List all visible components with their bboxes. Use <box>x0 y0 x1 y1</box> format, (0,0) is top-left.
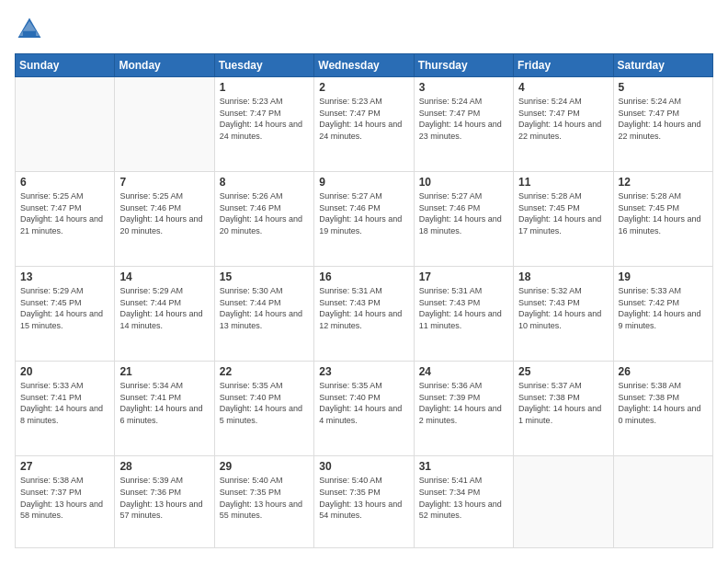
day-number: 14 <box>119 270 209 283</box>
day-info: Sunrise: 5:29 AM Sunset: 7:45 PM Dayligh… <box>20 285 109 331</box>
day-number: 10 <box>419 176 508 189</box>
day-number: 8 <box>220 176 309 189</box>
day-number: 7 <box>119 176 209 189</box>
day-info: Sunrise: 5:34 AM Sunset: 7:41 PM Dayligh… <box>119 380 209 426</box>
weekday-header-monday: Monday <box>115 54 214 77</box>
day-number: 11 <box>518 176 608 189</box>
calendar-cell: 21Sunrise: 5:34 AM Sunset: 7:41 PM Dayli… <box>115 362 214 456</box>
day-number: 29 <box>220 460 309 473</box>
day-info: Sunrise: 5:27 AM Sunset: 7:46 PM Dayligh… <box>419 190 508 236</box>
calendar-cell: 2Sunrise: 5:23 AM Sunset: 7:47 PM Daylig… <box>314 77 414 172</box>
calendar-cell <box>613 456 712 548</box>
day-number: 26 <box>619 365 708 378</box>
day-info: Sunrise: 5:25 AM Sunset: 7:46 PM Dayligh… <box>119 190 209 236</box>
day-number: 19 <box>619 270 708 283</box>
day-number: 15 <box>220 270 309 283</box>
day-number: 12 <box>619 176 708 189</box>
day-info: Sunrise: 5:33 AM Sunset: 7:42 PM Dayligh… <box>619 285 708 331</box>
day-number: 13 <box>20 270 109 283</box>
day-number: 1 <box>220 81 309 94</box>
calendar-cell: 14Sunrise: 5:29 AM Sunset: 7:44 PM Dayli… <box>115 267 214 362</box>
calendar-cell: 16Sunrise: 5:31 AM Sunset: 7:43 PM Dayli… <box>314 267 414 362</box>
day-info: Sunrise: 5:36 AM Sunset: 7:39 PM Dayligh… <box>419 380 508 426</box>
calendar-cell: 4Sunrise: 5:24 AM Sunset: 7:47 PM Daylig… <box>514 77 613 172</box>
day-number: 2 <box>319 81 408 94</box>
calendar-cell: 11Sunrise: 5:28 AM Sunset: 7:45 PM Dayli… <box>514 172 613 267</box>
calendar-cell: 20Sunrise: 5:33 AM Sunset: 7:41 PM Dayli… <box>16 362 115 456</box>
day-info: Sunrise: 5:29 AM Sunset: 7:44 PM Dayligh… <box>119 285 209 331</box>
calendar-cell: 26Sunrise: 5:38 AM Sunset: 7:38 PM Dayli… <box>613 362 712 456</box>
weekday-header-tuesday: Tuesday <box>214 54 313 77</box>
calendar-week-row: 27Sunrise: 5:38 AM Sunset: 7:37 PM Dayli… <box>16 456 713 548</box>
day-info: Sunrise: 5:28 AM Sunset: 7:45 PM Dayligh… <box>619 190 708 236</box>
day-info: Sunrise: 5:35 AM Sunset: 7:40 PM Dayligh… <box>319 380 408 426</box>
calendar-cell: 19Sunrise: 5:33 AM Sunset: 7:42 PM Dayli… <box>613 267 712 362</box>
day-info: Sunrise: 5:23 AM Sunset: 7:47 PM Dayligh… <box>319 96 408 142</box>
weekday-header-wednesday: Wednesday <box>314 54 414 77</box>
day-info: Sunrise: 5:38 AM Sunset: 7:37 PM Dayligh… <box>20 475 109 521</box>
header <box>15 15 713 44</box>
day-number: 4 <box>518 81 608 94</box>
day-number: 23 <box>319 365 408 378</box>
day-number: 24 <box>419 365 508 378</box>
day-info: Sunrise: 5:27 AM Sunset: 7:46 PM Dayligh… <box>319 190 408 236</box>
logo <box>15 15 48 44</box>
calendar-cell: 6Sunrise: 5:25 AM Sunset: 7:47 PM Daylig… <box>16 172 115 267</box>
day-number: 21 <box>119 365 209 378</box>
calendar-cell: 23Sunrise: 5:35 AM Sunset: 7:40 PM Dayli… <box>314 362 414 456</box>
day-number: 30 <box>319 460 408 473</box>
day-info: Sunrise: 5:25 AM Sunset: 7:47 PM Dayligh… <box>20 190 109 236</box>
day-number: 18 <box>518 270 608 283</box>
day-info: Sunrise: 5:41 AM Sunset: 7:34 PM Dayligh… <box>419 475 508 521</box>
calendar-cell: 22Sunrise: 5:35 AM Sunset: 7:40 PM Dayli… <box>214 362 313 456</box>
calendar-cell <box>514 456 613 548</box>
calendar-cell: 29Sunrise: 5:40 AM Sunset: 7:35 PM Dayli… <box>214 456 313 548</box>
calendar-week-row: 6Sunrise: 5:25 AM Sunset: 7:47 PM Daylig… <box>16 172 713 267</box>
day-info: Sunrise: 5:24 AM Sunset: 7:47 PM Dayligh… <box>419 96 508 142</box>
day-number: 5 <box>619 81 708 94</box>
day-info: Sunrise: 5:39 AM Sunset: 7:36 PM Dayligh… <box>119 475 209 521</box>
calendar-table: SundayMondayTuesdayWednesdayThursdayFrid… <box>15 53 713 548</box>
day-number: 20 <box>20 365 109 378</box>
calendar-cell: 27Sunrise: 5:38 AM Sunset: 7:37 PM Dayli… <box>16 456 115 548</box>
day-number: 17 <box>419 270 508 283</box>
calendar-cell: 8Sunrise: 5:26 AM Sunset: 7:46 PM Daylig… <box>214 172 313 267</box>
day-info: Sunrise: 5:30 AM Sunset: 7:44 PM Dayligh… <box>220 285 309 331</box>
page: SundayMondayTuesdayWednesdayThursdayFrid… <box>0 0 728 563</box>
day-number: 9 <box>319 176 408 189</box>
calendar-cell: 9Sunrise: 5:27 AM Sunset: 7:46 PM Daylig… <box>314 172 414 267</box>
day-info: Sunrise: 5:24 AM Sunset: 7:47 PM Dayligh… <box>619 96 708 142</box>
day-number: 16 <box>319 270 408 283</box>
calendar-cell: 18Sunrise: 5:32 AM Sunset: 7:43 PM Dayli… <box>514 267 613 362</box>
calendar-week-row: 1Sunrise: 5:23 AM Sunset: 7:47 PM Daylig… <box>16 77 713 172</box>
day-info: Sunrise: 5:38 AM Sunset: 7:38 PM Dayligh… <box>619 380 708 426</box>
calendar-cell: 10Sunrise: 5:27 AM Sunset: 7:46 PM Dayli… <box>414 172 513 267</box>
weekday-header-thursday: Thursday <box>414 54 513 77</box>
day-number: 22 <box>220 365 309 378</box>
day-number: 6 <box>20 176 109 189</box>
day-number: 25 <box>518 365 608 378</box>
day-info: Sunrise: 5:40 AM Sunset: 7:35 PM Dayligh… <box>319 475 408 521</box>
calendar-cell: 25Sunrise: 5:37 AM Sunset: 7:38 PM Dayli… <box>514 362 613 456</box>
day-info: Sunrise: 5:37 AM Sunset: 7:38 PM Dayligh… <box>518 380 608 426</box>
calendar-week-row: 20Sunrise: 5:33 AM Sunset: 7:41 PM Dayli… <box>16 362 713 456</box>
weekday-header-sunday: Sunday <box>16 54 115 77</box>
day-info: Sunrise: 5:23 AM Sunset: 7:47 PM Dayligh… <box>220 96 309 142</box>
day-number: 28 <box>119 460 209 473</box>
weekday-header-friday: Friday <box>514 54 613 77</box>
day-number: 27 <box>20 460 109 473</box>
calendar-cell: 5Sunrise: 5:24 AM Sunset: 7:47 PM Daylig… <box>613 77 712 172</box>
svg-rect-2 <box>23 31 36 36</box>
calendar-cell: 30Sunrise: 5:40 AM Sunset: 7:35 PM Dayli… <box>314 456 414 548</box>
calendar-cell: 15Sunrise: 5:30 AM Sunset: 7:44 PM Dayli… <box>214 267 313 362</box>
weekday-header-saturday: Saturday <box>613 54 712 77</box>
calendar-cell <box>115 77 214 172</box>
calendar-cell: 13Sunrise: 5:29 AM Sunset: 7:45 PM Dayli… <box>16 267 115 362</box>
calendar-cell: 28Sunrise: 5:39 AM Sunset: 7:36 PM Dayli… <box>115 456 214 548</box>
day-info: Sunrise: 5:31 AM Sunset: 7:43 PM Dayligh… <box>319 285 408 331</box>
day-info: Sunrise: 5:26 AM Sunset: 7:46 PM Dayligh… <box>220 190 309 236</box>
day-info: Sunrise: 5:35 AM Sunset: 7:40 PM Dayligh… <box>220 380 309 426</box>
calendar-cell: 17Sunrise: 5:31 AM Sunset: 7:43 PM Dayli… <box>414 267 513 362</box>
day-info: Sunrise: 5:28 AM Sunset: 7:45 PM Dayligh… <box>518 190 608 236</box>
calendar-cell: 7Sunrise: 5:25 AM Sunset: 7:46 PM Daylig… <box>115 172 214 267</box>
